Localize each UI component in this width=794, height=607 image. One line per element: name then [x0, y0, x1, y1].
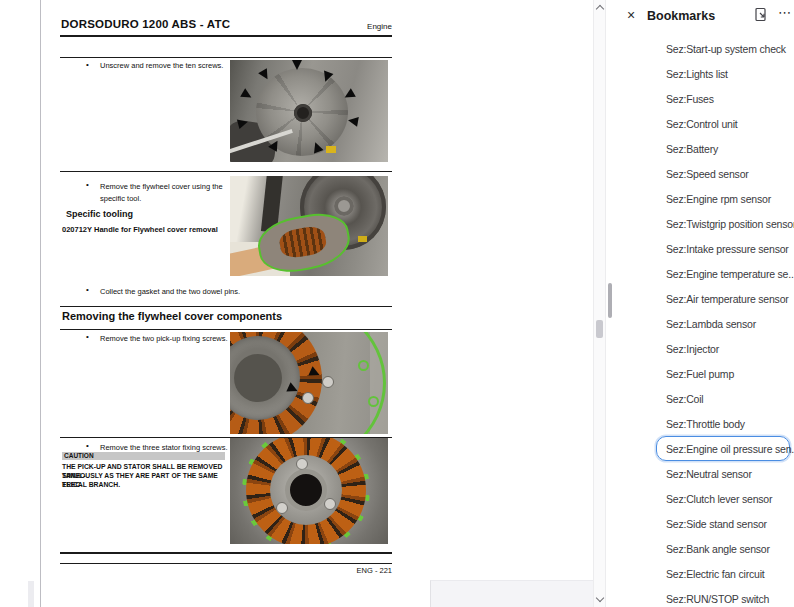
caution-text: TRICAL BRANCH. — [62, 480, 232, 489]
bookmark-item[interactable]: Sez:RUN/STOP switch — [656, 586, 790, 607]
bookmark-item[interactable]: Sez:Air temperature sensor — [656, 286, 790, 311]
bookmark-item-label: Sez:Battery — [666, 143, 718, 155]
bookmark-item[interactable]: Sez:Control unit — [656, 111, 790, 136]
figure-part — [278, 224, 328, 260]
figure-part — [294, 104, 312, 122]
bookmark-item[interactable]: Sez:Intake pressure sensor — [656, 236, 790, 261]
bookmark-item-label: Sez:Neutral sensor — [666, 468, 752, 480]
bookmark-item[interactable]: Sez:Engine rpm sensor — [656, 186, 790, 211]
bookmark-item-label: Sez:Electric fan circuit — [666, 568, 764, 580]
bookmarks-list: Sez:Start-up system checkSez:Lights list… — [656, 36, 794, 607]
arrow-icon — [240, 88, 254, 102]
bookmark-item-label: Sez:Bank angle sensor — [666, 543, 770, 555]
bookmark-item-label: Sez:Side stand sensor — [666, 518, 767, 530]
bookmark-item-label: Sez:Fuses — [666, 93, 714, 105]
figure-part — [324, 498, 336, 510]
page-title: DORSODURO 1200 ABS - ATC — [61, 18, 230, 30]
bookmark-item-label: Sez:Clutch lever sensor — [666, 493, 772, 505]
document-scroll-thumb[interactable] — [596, 320, 603, 338]
bookmark-item[interactable]: Sez:Injector — [656, 336, 790, 361]
page-gap-left — [28, 581, 34, 607]
bookmark-item-label: Sez:Injector — [666, 343, 719, 355]
bookmark-item[interactable]: Sez:Engine temperature se... — [656, 261, 790, 286]
document-scrollbar[interactable] — [593, 0, 606, 607]
bookmark-item[interactable]: Sez:Twistgrip position sensor — [656, 211, 790, 236]
figure-part — [302, 392, 314, 404]
bookmark-item-label: Sez:RUN/STOP switch — [666, 593, 769, 605]
step-text: Unscrew and remove the ten screws. — [100, 60, 240, 72]
bookmark-item-label: Sez:Air temperature sensor — [666, 293, 789, 305]
close-icon[interactable]: × — [623, 7, 639, 23]
bookmark-item[interactable]: Sez:Lights list — [656, 61, 790, 86]
bookmark-item[interactable]: Sez:Electric fan circuit — [656, 561, 790, 586]
figure-flywheel-cover-screws — [230, 60, 388, 162]
bookmark-item-label: Sez:Fuel pump — [666, 368, 734, 380]
panel-scroll-thumb[interactable] — [608, 283, 612, 318]
arrow-icon — [292, 60, 302, 70]
app-root: DORSODURO 1200 ABS - ATC Engine • Unscre… — [0, 0, 794, 607]
bookmark-item[interactable]: Sez:Lambda sensor — [656, 311, 790, 336]
bookmark-item-label: Sez:Control unit — [666, 118, 738, 130]
figure-part — [322, 376, 334, 388]
figure-part — [368, 396, 379, 407]
bookmarks-panel: × Bookmarks ⋯ Sez:Start-up system checkS… — [607, 0, 794, 607]
bookmark-item[interactable]: Sez:Clutch lever sensor — [656, 486, 790, 511]
divider — [60, 563, 392, 564]
bookmark-item[interactable]: Sez:Coil — [656, 386, 790, 411]
bookmark-item[interactable]: Sez:Fuel pump — [656, 361, 790, 386]
bookmark-item[interactable]: Sez:Engine oil pressure sen... — [656, 436, 790, 461]
bookmark-item[interactable]: Sez:Start-up system check — [656, 36, 790, 61]
bookmark-item-label: Sez:Engine temperature se... — [666, 268, 794, 280]
bookmark-item[interactable]: Sez:Speed sensor — [656, 161, 790, 186]
section-label: Engine — [332, 22, 392, 31]
arrow-icon — [347, 115, 359, 127]
bookmark-item[interactable]: Sez:Fuses — [656, 86, 790, 111]
divider — [60, 329, 392, 330]
bookmark-item-label: Sez:Speed sensor — [666, 168, 749, 180]
divider — [60, 552, 392, 554]
bookmark-item[interactable]: Sez:Neutral sensor — [656, 461, 790, 486]
bullet-dot: • — [86, 180, 89, 189]
bookmark-item-label: Sez:Coil — [666, 393, 704, 405]
figure-part — [358, 236, 367, 242]
bookmark-item-label: Sez:Throttle body — [666, 418, 745, 430]
page-edge — [40, 0, 41, 607]
step-text: Collect the gasket and the two dowel pin… — [100, 286, 280, 298]
bullet-dot: • — [86, 60, 89, 69]
figure-part — [358, 360, 369, 371]
bookmark-item[interactable]: Sez:Battery — [656, 136, 790, 161]
scroll-up-icon[interactable] — [596, 5, 604, 13]
bookmark-item-label: Sez:Start-up system check — [666, 43, 786, 55]
bookmark-item[interactable]: Sez:Side stand sensor — [656, 511, 790, 536]
bookmark-item-label: Sez:Engine oil pressure sen... — [666, 443, 794, 455]
page-gap — [430, 580, 594, 607]
bookmark-item[interactable]: Sez:Throttle body — [656, 411, 790, 436]
bookmark-item-label: Sez:Engine rpm sensor — [666, 193, 771, 205]
figure-flywheel-cover-removal — [230, 176, 388, 276]
scroll-down-icon[interactable] — [596, 594, 604, 602]
tooling-code: 020712Y Handle for Flywheel cover remova… — [62, 225, 218, 234]
bookmark-item-label: Sez:Lights list — [666, 68, 728, 80]
more-options-icon[interactable]: ⋯ — [777, 5, 793, 21]
divider — [60, 171, 392, 172]
figure-part — [334, 196, 354, 216]
bullet-dot: • — [86, 285, 89, 294]
caution-label: CAUTION — [62, 452, 225, 460]
bookmark-item-label: Sez:Twistgrip position sensor — [666, 218, 794, 230]
tooling-heading: Specific tooling — [66, 209, 133, 219]
bullet-dot: • — [86, 441, 89, 450]
bookmark-item-label: Sez:Lambda sensor — [666, 318, 756, 330]
divider — [60, 57, 392, 58]
page-number: ENG - 221 — [302, 566, 392, 575]
figure-part — [326, 146, 336, 153]
figure-part — [234, 354, 282, 402]
bookmark-item[interactable]: Sez:Bank angle sensor — [656, 536, 790, 561]
divider — [60, 306, 392, 307]
figure-pickup-screws — [230, 332, 388, 434]
section-heading: Removing the flywheel cover components — [62, 310, 282, 322]
bookmark-flag-icon[interactable] — [753, 7, 769, 23]
bookmark-item-label: Sez:Intake pressure sensor — [666, 243, 789, 255]
bullet-dot: • — [86, 332, 89, 341]
step-text: Remove the flywheel cover using the spec… — [100, 181, 238, 205]
figure-stator-closeup — [230, 438, 388, 544]
